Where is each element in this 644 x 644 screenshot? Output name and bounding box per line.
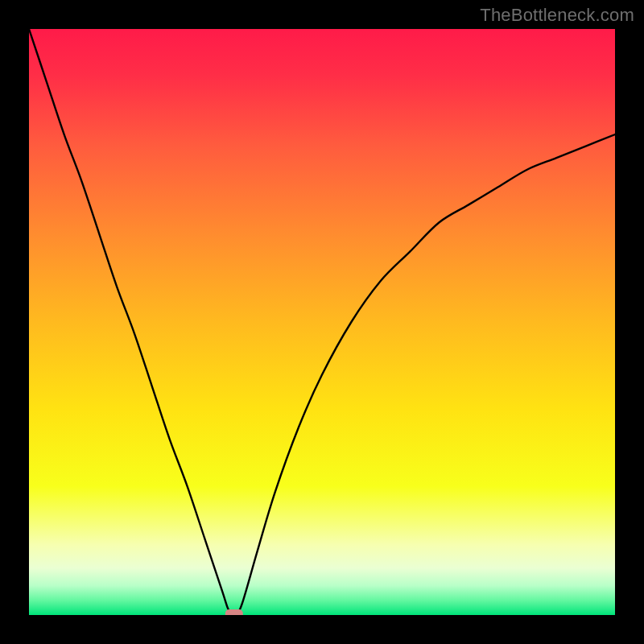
bottleneck-chart — [29, 29, 615, 615]
optimum-marker — [225, 609, 243, 615]
chart-frame: TheBottleneck.com — [0, 0, 644, 644]
gradient-background — [29, 29, 615, 615]
plot-area — [29, 29, 615, 615]
watermark-text: TheBottleneck.com — [480, 5, 634, 26]
